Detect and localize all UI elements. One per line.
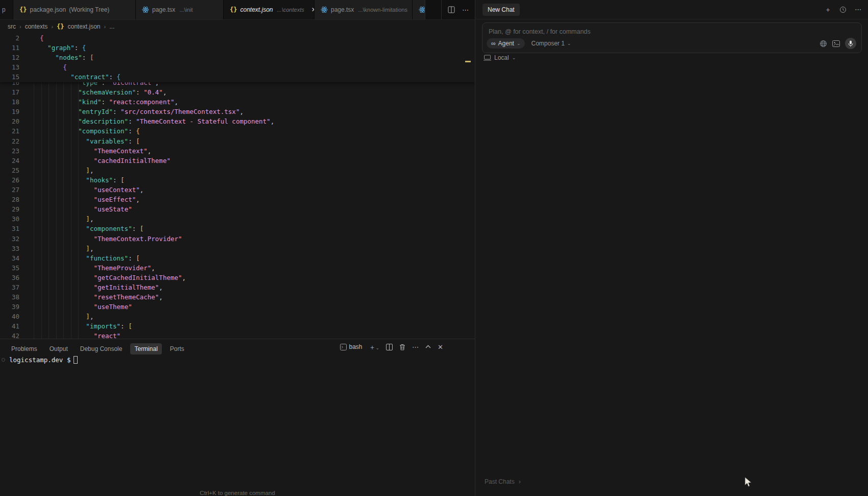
- editor-tab-context.json[interactable]: {}context.json...\contexts✕: [224, 0, 315, 19]
- line-text: "ThemeContext",: [32, 146, 151, 156]
- editor-tab-package.json[interactable]: {}package.json (Working Tree): [13, 0, 136, 19]
- split-terminal-icon[interactable]: [386, 344, 393, 350]
- line-number: 28: [0, 195, 19, 204]
- panel-more-icon[interactable]: ⋯: [412, 344, 419, 350]
- past-chats-label: Past Chats: [485, 478, 515, 485]
- kill-terminal-icon[interactable]: [399, 344, 405, 350]
- code-line[interactable]: 15 "contract": {: [0, 72, 475, 82]
- chevron-down-icon: ⌄: [376, 345, 380, 350]
- code-line[interactable]: 28 "useEffect",: [0, 195, 475, 204]
- code-line[interactable]: 37 "getInitialTheme",: [0, 282, 475, 292]
- code-line[interactable]: 39 "useTheme": [0, 302, 475, 312]
- chat-input-box[interactable]: ∞ Agent ⌄ Composer 1 ⌄: [482, 22, 862, 53]
- code-line[interactable]: 30 ],: [0, 214, 475, 224]
- chevron-right-icon: ›: [519, 478, 521, 485]
- split-editor-icon[interactable]: [448, 6, 455, 13]
- panel-tab-output[interactable]: Output: [45, 343, 72, 355]
- panel-tab-problems[interactable]: Problems: [7, 343, 41, 355]
- code-line[interactable]: 24 "cachedInitialTheme": [0, 156, 475, 166]
- code-line[interactable]: 22 "variables": [: [0, 136, 475, 146]
- line-text: "graph": {: [32, 43, 86, 53]
- code-line[interactable]: 19 "entryId": "src/contexts/ThemeContext…: [0, 107, 475, 116]
- ide-window: p {}package.json (Working Tree)page.tsx.…: [0, 0, 868, 496]
- code-line[interactable]: 38 "resetThemeCache",: [0, 292, 475, 302]
- chat-more-icon[interactable]: ⋯: [855, 6, 861, 13]
- line-text: "getCachedInitialTheme",: [32, 273, 186, 282]
- add-chat-icon[interactable]: ＋: [825, 6, 831, 13]
- microphone-button[interactable]: [845, 38, 856, 49]
- code-line[interactable]: 34 "functions": [: [0, 253, 475, 263]
- panel-tab-terminal[interactable]: Terminal: [130, 343, 161, 355]
- code-line[interactable]: 17 "schemaVersion": "0.4",: [0, 87, 475, 97]
- code-line[interactable]: 21 "composition": {: [0, 126, 475, 136]
- panel-tab-ports[interactable]: Ports: [166, 343, 188, 355]
- breadcrumb-item-file[interactable]: context.json: [68, 23, 101, 30]
- new-terminal-button[interactable]: ＋⌄: [369, 344, 380, 350]
- local-machine-icon: [484, 55, 491, 61]
- line-text: "contract": {: [32, 72, 120, 82]
- past-chats-link[interactable]: Past Chats ›: [485, 478, 521, 485]
- line-text: "useEffect",: [32, 195, 140, 204]
- environment-select[interactable]: Local ⌄: [484, 54, 516, 61]
- panel-tab-debug-console[interactable]: Debug Console: [76, 343, 127, 355]
- code-line[interactable]: 20 "description": "ThemeContext - Statef…: [0, 116, 475, 126]
- breadcrumb-item-src[interactable]: src: [8, 23, 16, 30]
- infinity-icon: ∞: [491, 40, 496, 47]
- terminal-icon: [340, 344, 347, 350]
- code-line[interactable]: 29 "useState": [0, 204, 475, 214]
- code-line[interactable]: 23 "ThemeContext",: [0, 146, 475, 156]
- chevron-right-icon: ›: [51, 23, 53, 30]
- breadcrumb-item-symbol[interactable]: ...: [109, 23, 114, 30]
- line-number: 2: [0, 33, 19, 43]
- close-panel-icon[interactable]: ✕: [438, 344, 443, 350]
- line-text: ],: [32, 312, 93, 321]
- attach-image-icon[interactable]: [832, 40, 840, 47]
- chat-input-toolbar: ∞ Agent ⌄ Composer 1 ⌄: [487, 38, 856, 49]
- more-actions-icon[interactable]: ⋯: [462, 7, 469, 13]
- code-line[interactable]: 35 "ThemeProvider",: [0, 263, 475, 273]
- chat-input[interactable]: [489, 26, 775, 37]
- editor-tab-page.tsx[interactable]: page.tsx...\known-limitations: [315, 0, 413, 19]
- line-text: "cachedInitialTheme": [32, 156, 171, 166]
- line-text: "resetThemeCache",: [32, 292, 163, 302]
- react-icon: [321, 6, 328, 13]
- terminal-prompt-line[interactable]: logicstamp.dev $: [9, 356, 78, 364]
- history-clock-icon[interactable]: [839, 6, 847, 13]
- code-line[interactable]: 31 "components": [: [0, 224, 475, 233]
- line-text: "nodes": [: [32, 53, 93, 62]
- breadcrumb-item-contexts[interactable]: contexts: [25, 23, 48, 30]
- maximize-panel-icon[interactable]: [425, 345, 431, 349]
- react-icon: [419, 6, 425, 13]
- code-line[interactable]: 40 ],: [0, 312, 475, 321]
- code-line[interactable]: 11 "graph": {: [0, 43, 475, 53]
- code-line[interactable]: 13 {: [0, 62, 475, 72]
- line-number: 25: [0, 166, 19, 175]
- tab-clipped-left[interactable]: p: [0, 0, 13, 19]
- code-line[interactable]: 26 "hooks": [: [0, 175, 475, 185]
- editor-tab-clipped[interactable]: [413, 0, 425, 19]
- code-line[interactable]: 32 "ThemeContext.Provider": [0, 234, 475, 244]
- tab-path-hint: ...\init: [179, 7, 192, 13]
- line-text: ],: [32, 214, 93, 224]
- agent-mode-select[interactable]: ∞ Agent ⌄: [487, 38, 525, 49]
- code-line[interactable]: 18 "kind": "react:component",: [0, 97, 475, 107]
- new-chat-tab[interactable]: New Chat: [483, 4, 520, 16]
- shell-selector[interactable]: bash: [340, 343, 363, 350]
- json-icon: {}: [19, 6, 27, 13]
- code-line[interactable]: 25 ],: [0, 166, 475, 175]
- code-editor[interactable]: 16 "type": "UIContract",17 "schemaVersio…: [0, 33, 475, 339]
- editor-tab-page.tsx[interactable]: page.tsx...\init: [136, 0, 224, 19]
- code-line[interactable]: 2 {: [0, 33, 475, 43]
- environment-label: Local: [494, 54, 509, 61]
- web-globe-icon[interactable]: [819, 40, 827, 48]
- line-text: "hooks": [: [32, 175, 125, 185]
- code-line[interactable]: 42 "react": [0, 331, 475, 339]
- code-line[interactable]: 33 ],: [0, 244, 475, 253]
- code-line[interactable]: 36 "getCachedInitialTheme",: [0, 273, 475, 282]
- code-line[interactable]: 27 "useContext",: [0, 185, 475, 195]
- composer-model-select[interactable]: Composer 1 ⌄: [531, 40, 571, 47]
- code-line[interactable]: 12 "nodes": [: [0, 53, 475, 62]
- code-line[interactable]: 41 "imports": [: [0, 321, 475, 331]
- line-number: 31: [0, 224, 19, 233]
- line-text: "variables": [: [32, 136, 140, 146]
